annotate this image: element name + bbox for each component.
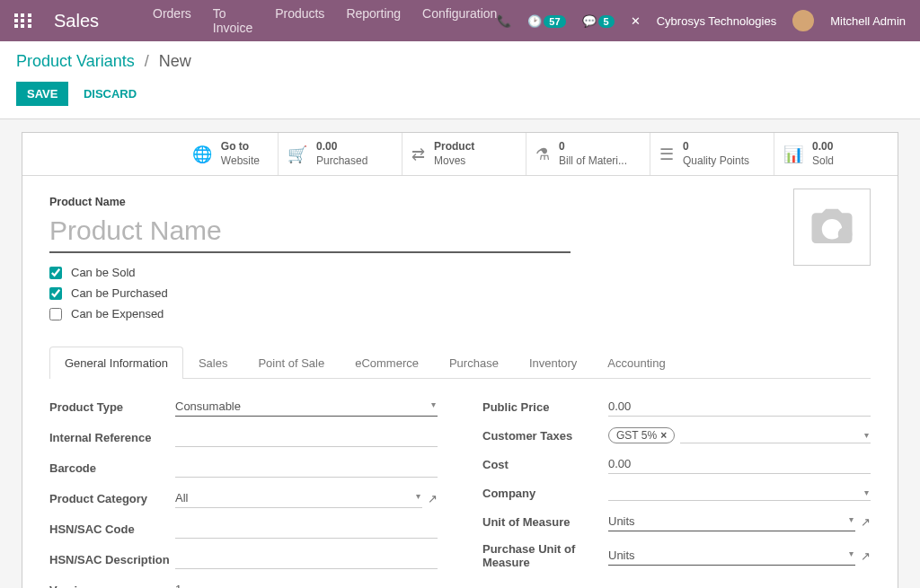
hsn-code-input[interactable]: [175, 519, 438, 539]
breadcrumb: Product Variants / New: [16, 52, 904, 71]
nav-to-invoice[interactable]: To Invoice: [213, 6, 253, 35]
customer-taxes-select[interactable]: [680, 427, 871, 443]
breadcrumb-link[interactable]: Product Variants: [16, 52, 135, 70]
purchase-uom-external-link-icon[interactable]: ↗: [861, 549, 871, 563]
hsn-desc-input[interactable]: [175, 549, 438, 569]
stat-sold[interactable]: 📊 0.00Sold: [774, 133, 898, 175]
customer-taxes-label: Customer Taxes: [482, 429, 608, 443]
purchase-uom-select[interactable]: Units: [608, 546, 855, 566]
can-be-purchased-checkbox[interactable]: [49, 287, 62, 300]
uom-label: Unit of Measure: [482, 515, 608, 529]
internal-reference-label: Internal Reference: [49, 431, 175, 444]
public-price-input[interactable]: [608, 397, 871, 417]
cost-label: Cost: [482, 458, 608, 471]
save-button[interactable]: SAVE: [16, 82, 68, 106]
chart-icon: 📊: [783, 145, 803, 164]
tab-purchase[interactable]: Purchase: [434, 347, 514, 379]
hsn-desc-label: HSN/SAC Description: [49, 553, 175, 566]
discard-button[interactable]: DISCARD: [73, 82, 147, 106]
flask-icon: ⚗: [535, 145, 550, 164]
product-name-label: Product Name: [49, 196, 871, 208]
tab-accounting[interactable]: Accounting: [592, 347, 680, 379]
uom-external-link-icon[interactable]: ↗: [861, 515, 871, 529]
exchange-icon: ⇄: [411, 145, 425, 164]
can-be-expensed-label: Can be Expensed: [71, 307, 164, 320]
messages-badge: 5: [598, 15, 615, 28]
can-be-sold-checkbox[interactable]: [49, 267, 62, 279]
hsn-code-label: HSN/SAC Code: [49, 522, 175, 536]
tab-point-of-sale[interactable]: Point of Sale: [243, 347, 340, 379]
messages-indicator[interactable]: 💬5: [582, 14, 615, 28]
customer-tax-tag[interactable]: GST 5%×: [608, 427, 675, 443]
tab-sales[interactable]: Sales: [183, 347, 243, 379]
uom-select[interactable]: Units: [608, 512, 855, 531]
version-input[interactable]: [175, 580, 438, 588]
stat-product-moves[interactable]: ⇄ ProductMoves: [402, 133, 526, 175]
can-be-purchased-label: Can be Purchased: [71, 286, 168, 300]
nav-products[interactable]: Products: [275, 6, 324, 35]
globe-icon: 🌐: [192, 145, 212, 164]
product-name-input[interactable]: [49, 212, 571, 253]
breadcrumb-separator: /: [145, 52, 149, 70]
can-be-sold-label: Can be Sold: [71, 266, 136, 279]
barcode-label: Barcode: [49, 461, 175, 475]
stat-bom[interactable]: ⚗ 0Bill of Materi...: [526, 133, 650, 175]
internal-reference-input[interactable]: [175, 427, 438, 447]
tab-inventory[interactable]: Inventory: [514, 347, 592, 379]
user-name[interactable]: Mitchell Admin: [830, 14, 906, 28]
product-type-select[interactable]: Consumable: [175, 397, 438, 417]
cart-icon: 🛒: [288, 145, 307, 164]
version-label: Version: [49, 584, 175, 588]
list-icon: ☰: [659, 145, 674, 164]
clock-indicator[interactable]: 🕑57: [527, 14, 565, 28]
clock-badge: 57: [544, 15, 565, 28]
tools-icon[interactable]: ✕: [631, 14, 641, 28]
stat-quality-points[interactable]: ☰ 0Quality Points: [650, 133, 774, 175]
public-price-label: Public Price: [482, 400, 608, 414]
tab-ecommerce[interactable]: eCommerce: [340, 347, 434, 379]
camera-icon: [808, 203, 856, 251]
cost-input[interactable]: [608, 454, 871, 474]
remove-tax-icon[interactable]: ×: [660, 429, 667, 442]
apps-menu-icon[interactable]: [14, 13, 32, 28]
user-avatar[interactable]: [792, 10, 814, 31]
nav-orders[interactable]: Orders: [153, 6, 191, 35]
product-image-upload[interactable]: [793, 189, 871, 266]
barcode-input[interactable]: [175, 458, 438, 478]
nav-configuration[interactable]: Configuration: [422, 6, 497, 35]
phone-icon[interactable]: 📞: [497, 14, 511, 28]
category-external-link-icon[interactable]: ↗: [428, 492, 438, 505]
can-be-expensed-checkbox[interactable]: [49, 308, 62, 320]
purchase-uom-label: Purchase Unit of Measure: [482, 542, 608, 569]
company-name[interactable]: Cybrosys Technologies: [657, 14, 776, 28]
nav-reporting[interactable]: Reporting: [346, 6, 401, 35]
stat-go-to-website[interactable]: 🌐 Go toWebsite: [22, 133, 278, 175]
breadcrumb-current: New: [159, 52, 191, 70]
company-select[interactable]: [608, 485, 871, 501]
stat-purchased[interactable]: 🛒 0.00Purchased: [278, 133, 402, 175]
product-category-label: Product Category: [49, 492, 175, 505]
company-label: Company: [482, 487, 608, 500]
app-brand[interactable]: Sales: [54, 11, 99, 31]
product-category-select[interactable]: All: [175, 488, 422, 508]
tab-general-information[interactable]: General Information: [49, 347, 183, 379]
product-type-label: Product Type: [49, 400, 175, 414]
